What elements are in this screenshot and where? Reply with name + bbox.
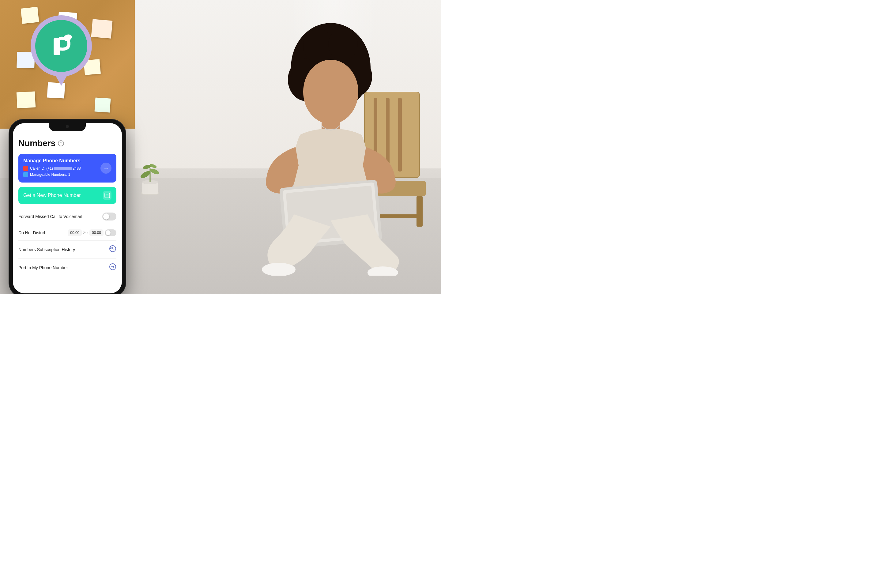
screen-content: Numbers ? Manage Phone Numbers Caller ID… (13, 123, 122, 293)
manageable-label: Manageable Numbers: 1 (30, 172, 70, 177)
phone-screen: Numbers ? Manage Phone Numbers Caller ID… (13, 123, 122, 293)
svg-point-15 (149, 163, 157, 169)
svg-point-26 (262, 263, 296, 276)
dnd-time-from[interactable]: 00:00 (68, 230, 82, 236)
dnd-controls: 00:00 24h 00:00 (68, 230, 116, 236)
caller-id-suffix: 2488 (73, 166, 81, 171)
subscription-history-icon (109, 245, 116, 254)
svg-rect-30 (105, 193, 110, 198)
dnd-time-separator: 24h (83, 231, 88, 235)
plant (138, 159, 162, 199)
phone-frame: Numbers ? Manage Phone Numbers Caller ID… (9, 119, 126, 294)
forward-missed-toggle[interactable] (102, 213, 116, 220)
manageable-icon (23, 172, 28, 177)
caller-id-icon (23, 166, 28, 171)
manage-card-title: Manage Phone Numbers (23, 158, 100, 164)
svg-point-21 (303, 60, 358, 124)
manageable-numbers-row: Manageable Numbers: 1 (23, 172, 100, 177)
manage-phone-numbers-card[interactable]: Manage Phone Numbers Caller ID: (+1) 248… (18, 154, 116, 183)
port-in-number-row[interactable]: Port In My Phone Number (18, 259, 116, 276)
caller-id-label: Caller ID: (+1) (30, 166, 53, 171)
pin-shape (31, 15, 92, 86)
person (245, 18, 417, 276)
dnd-toggle[interactable] (105, 230, 116, 236)
port-in-label: Port In My Phone Number (18, 265, 68, 270)
dnd-time-to[interactable]: 00:00 (89, 230, 104, 236)
svg-rect-6 (417, 196, 423, 226)
sticky-note-9 (94, 98, 111, 112)
do-not-disturb-row[interactable]: Do Not Disturb 00:00 24h 00:00 (18, 225, 116, 241)
manage-card-content: Manage Phone Numbers Caller ID: (+1) 248… (23, 158, 100, 178)
phone-notch (49, 123, 86, 131)
manage-card-arrow[interactable]: → (100, 163, 111, 174)
caller-id-row: Caller ID: (+1) 2488 (23, 166, 100, 171)
new-number-icon (103, 191, 111, 200)
title-row: Numbers ? (18, 138, 116, 148)
svg-point-13 (150, 168, 160, 176)
caller-id-redacted (54, 167, 72, 170)
subscription-history-label: Numbers Subscription History (18, 247, 75, 252)
help-icon[interactable]: ? (58, 140, 64, 146)
phone-mockup: Numbers ? Manage Phone Numbers Caller ID… (9, 119, 126, 294)
toggle-knob (103, 213, 110, 220)
sticky-note-4 (91, 19, 113, 38)
forward-missed-label: Forward Missed Call to Voicemail (18, 214, 82, 219)
screen-title: Numbers (18, 138, 56, 148)
subscription-history-row[interactable]: Numbers Subscription History (18, 241, 116, 259)
svg-rect-28 (54, 38, 60, 55)
svg-point-29 (63, 33, 73, 42)
app-icon (48, 32, 75, 60)
dnd-toggle-knob (106, 230, 111, 235)
sticky-note-8 (16, 91, 36, 108)
pin-circle-inner (35, 20, 87, 72)
svg-point-20 (328, 28, 358, 60)
new-number-label: Get a New Phone Number (23, 193, 81, 198)
get-new-phone-number-button[interactable]: Get a New Phone Number (18, 187, 116, 204)
dnd-label: Do Not Disturb (18, 230, 46, 235)
forward-missed-call-row[interactable]: Forward Missed Call to Voicemail (18, 208, 116, 225)
phone-camera (66, 125, 69, 128)
port-in-icon (109, 263, 116, 272)
